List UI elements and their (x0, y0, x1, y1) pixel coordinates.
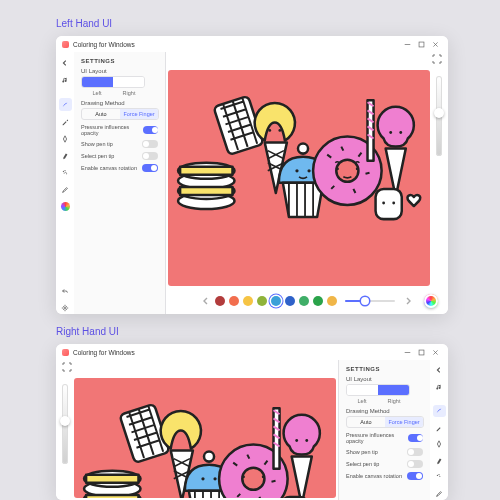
comparison-stage: Left Hand UI Right Hand UI Coloring for … (0, 0, 500, 500)
brush-tool[interactable] (59, 98, 72, 111)
eyedropper-tool[interactable] (433, 487, 446, 500)
ui-layout-label: UI Layout (346, 376, 423, 382)
brush-size-slider[interactable] (345, 300, 395, 302)
heading-right: Right Hand UI (56, 326, 119, 337)
svg-point-4 (65, 171, 66, 172)
drawing-force-finger[interactable]: Force Finger (385, 417, 423, 427)
back-button[interactable] (59, 56, 72, 69)
color-picker-button[interactable] (424, 294, 438, 308)
music-icon[interactable] (59, 73, 72, 86)
canvas-artwork (168, 70, 430, 251)
palette-next[interactable] (403, 296, 413, 306)
svg-point-23 (389, 131, 392, 134)
svg-point-25 (382, 202, 385, 205)
titlebar: Coloring for Windows (56, 344, 448, 360)
brush-size-vertical-slider[interactable] (62, 384, 68, 464)
svg-point-1 (63, 170, 64, 171)
minimize-button[interactable] (400, 37, 414, 51)
window-left-hand: Coloring for Windows (56, 36, 448, 314)
pressure-label: Pressure influences opacity (346, 432, 408, 444)
drawing-method-segmented[interactable]: Auto Force Finger (346, 416, 424, 428)
svg-point-19 (295, 169, 298, 172)
svg-point-24 (399, 131, 402, 134)
maximize-button[interactable] (414, 345, 428, 359)
settings-panel: SETTINGS UI Layout LeftRight Drawing Met… (338, 360, 430, 500)
color-wheel-tool[interactable] (61, 202, 70, 211)
pen-tool[interactable] (433, 438, 446, 451)
pressure-toggle[interactable] (408, 434, 423, 442)
marker-tool[interactable] (433, 454, 446, 467)
color-swatch[interactable] (313, 296, 323, 306)
undo-button[interactable] (59, 284, 72, 297)
svg-point-26 (392, 202, 395, 205)
svg-point-22 (356, 167, 359, 170)
ui-layout-left[interactable] (347, 385, 378, 395)
close-button[interactable] (428, 345, 442, 359)
select-tip-label: Select pen tip (81, 153, 114, 159)
svg-point-37 (204, 452, 214, 462)
spray-tool[interactable] (433, 471, 446, 484)
rotation-toggle[interactable] (142, 164, 158, 172)
color-swatch[interactable] (299, 296, 309, 306)
color-swatch[interactable] (257, 296, 267, 306)
svg-point-44 (242, 475, 245, 478)
svg-point-3 (64, 172, 65, 173)
canvas-artwork (74, 378, 336, 498)
app-title: Coloring for Windows (73, 41, 135, 48)
select-tip-toggle[interactable] (142, 152, 158, 160)
drawing-method-label: Drawing Method (346, 408, 423, 414)
fullscreen-icon[interactable] (62, 362, 72, 372)
ui-layout-segmented[interactable] (81, 76, 145, 88)
color-swatch[interactable] (215, 296, 225, 306)
svg-point-5 (66, 173, 67, 174)
drawing-method-segmented[interactable]: Auto Force Finger (81, 108, 159, 120)
drawing-force-finger[interactable]: Force Finger (120, 109, 158, 119)
settings-panel: SETTINGS UI Layout LeftRight Drawing Met… (74, 52, 166, 314)
settings-gear-icon[interactable] (59, 301, 72, 314)
rotation-label: Enable canvas rotation (81, 165, 137, 171)
palette-prev[interactable] (201, 296, 211, 306)
rotation-toggle[interactable] (407, 472, 423, 480)
select-tip-toggle[interactable] (407, 460, 423, 468)
color-swatch[interactable] (229, 296, 239, 306)
ui-layout-segmented[interactable] (346, 384, 410, 396)
select-tip-label: Select pen tip (346, 461, 379, 467)
ui-layout-left[interactable] (82, 77, 113, 87)
app-icon (62, 349, 69, 356)
svg-point-20 (307, 169, 310, 172)
pencil-tool[interactable] (433, 421, 446, 434)
color-swatch[interactable] (285, 296, 295, 306)
drawing-canvas[interactable] (74, 378, 336, 498)
svg-rect-12 (180, 187, 232, 195)
back-button[interactable] (433, 364, 446, 377)
color-swatch[interactable] (243, 296, 253, 306)
pen-tool[interactable] (59, 132, 72, 145)
svg-rect-41 (282, 497, 308, 498)
fullscreen-icon[interactable] (432, 54, 442, 64)
minimize-button[interactable] (400, 345, 414, 359)
pencil-tool[interactable] (59, 115, 72, 128)
ui-layout-right[interactable] (378, 385, 409, 395)
ui-layout-right[interactable] (113, 77, 144, 87)
brush-tool[interactable] (433, 405, 446, 418)
show-tip-toggle[interactable] (142, 140, 158, 148)
pressure-toggle[interactable] (143, 126, 158, 134)
app-title: Coloring for Windows (73, 349, 135, 356)
spray-tool[interactable] (59, 166, 72, 179)
show-tip-label: Show pen tip (346, 449, 378, 455)
marker-tool[interactable] (59, 149, 72, 162)
svg-point-50 (439, 476, 440, 477)
eyedropper-tool[interactable] (59, 183, 72, 196)
show-tip-toggle[interactable] (407, 448, 423, 456)
drawing-auto[interactable]: Auto (82, 109, 120, 119)
brush-size-vertical-slider[interactable] (436, 76, 442, 156)
color-swatch[interactable] (271, 296, 281, 306)
drawing-canvas[interactable] (168, 70, 430, 286)
drawing-auto[interactable]: Auto (347, 417, 385, 427)
close-button[interactable] (428, 37, 442, 51)
music-icon[interactable] (433, 381, 446, 394)
maximize-button[interactable] (414, 37, 428, 51)
color-swatch[interactable] (327, 296, 337, 306)
svg-point-49 (438, 474, 439, 475)
tool-column (56, 52, 74, 314)
